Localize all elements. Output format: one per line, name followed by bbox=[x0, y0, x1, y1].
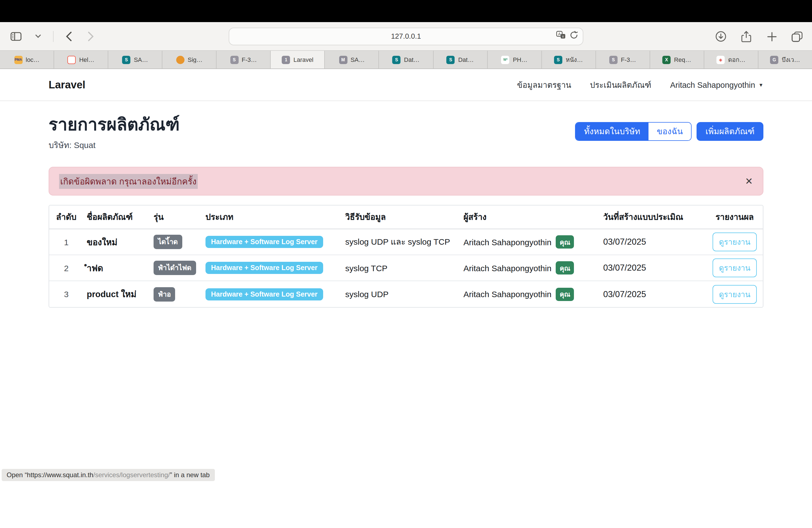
evaluation-date: 03/07/2025 bbox=[597, 263, 709, 273]
page-content: รายการผลิตภัณฑ์ บริษัท: Squat ทั้งหมดในบ… bbox=[0, 101, 812, 482]
user-name: Aritach Sahapongyothin bbox=[670, 80, 755, 89]
browser-tab[interactable]: G บึงเว… bbox=[758, 51, 812, 69]
filter-all-company-button[interactable]: ทั้งหมดในบริษัท bbox=[576, 122, 649, 140]
you-badge: คุณ bbox=[556, 261, 574, 275]
browser-tab[interactable]: Hel… bbox=[54, 51, 108, 69]
error-alert: เกิดข้อผิดพลาด กรุณาลองใหม่อีกครั้ง ✕ bbox=[48, 167, 764, 195]
laravel-favicon-icon bbox=[68, 56, 76, 64]
browser-tab[interactable]: ◈ ดอก… bbox=[704, 51, 758, 69]
model-badge: ฟำไดำไฟด bbox=[154, 261, 196, 275]
sidebar-toggle-icon[interactable] bbox=[9, 29, 23, 43]
tab-label: F-3… bbox=[242, 56, 257, 63]
creator-name: Aritach Sahapongyothin bbox=[463, 289, 552, 299]
s-gray-favicon-icon: S bbox=[230, 56, 238, 64]
product-table-body: 1 ของใหม่ ไดไ้าด Hardware + Software Log… bbox=[49, 229, 763, 307]
column-header-method: วิธีรับข้อมูล bbox=[342, 210, 460, 224]
column-header-creator: ผู้สร้าง bbox=[460, 210, 597, 224]
share-icon[interactable] bbox=[739, 29, 753, 44]
browser-tab[interactable]: S F-3… bbox=[217, 51, 271, 69]
sidebar-chevron-down-icon[interactable] bbox=[31, 29, 45, 43]
type-badge: Hardware + Software Log Server bbox=[205, 288, 323, 300]
product-name: ำฟด bbox=[83, 261, 150, 275]
phpmyadmin-favicon-icon: PMA bbox=[14, 56, 23, 64]
add-product-button[interactable]: เพิ่มผลิตภัณฑ์ bbox=[697, 122, 764, 141]
new-tab-icon[interactable] bbox=[765, 29, 779, 44]
tab-overview-icon[interactable] bbox=[790, 29, 804, 44]
tab-label: SA… bbox=[134, 56, 148, 63]
model-badge: ไดไ้าด bbox=[154, 235, 182, 249]
tab-label: Sig… bbox=[188, 56, 203, 63]
svg-text:A: A bbox=[558, 32, 561, 36]
url-text: 127.0.0.1 bbox=[391, 32, 421, 40]
product-table: ลำดับ ชื่อผลิตภัณฑ์ รุ่น ประเภท วิธีรับข… bbox=[48, 205, 764, 308]
link-status-tooltip: Open “https://www.squat.in.th/services/l… bbox=[2, 469, 215, 481]
browser-tab[interactable]: M SA… bbox=[325, 51, 379, 69]
product-name: ของใหม่ bbox=[83, 235, 150, 249]
excel-favicon-icon: X bbox=[662, 56, 671, 64]
tab-bar: PMA loc… Hel… S SA… Sig… S F-3… 1 Larave… bbox=[0, 51, 812, 69]
lotus-favicon-icon: ◈ bbox=[716, 56, 725, 64]
tab-label: บึงเว… bbox=[782, 55, 800, 64]
table-row: 1 ของใหม่ ไดไ้าด Hardware + Software Log… bbox=[49, 229, 763, 255]
browser-tab[interactable]: 1 Laravel bbox=[271, 51, 325, 69]
status-url-host: Open “https://www.squat.in.th bbox=[6, 471, 93, 479]
user-menu[interactable]: Aritach Sahapongyothin ▼ bbox=[670, 80, 764, 89]
filter-segmented-control: ทั้งหมดในบริษัท ของฉัน bbox=[575, 122, 692, 141]
data-method: syslog UDP bbox=[342, 289, 460, 299]
forward-button-icon[interactable] bbox=[83, 29, 98, 43]
browser-tab[interactable]: S Dat… bbox=[433, 51, 488, 69]
tab-label: Laravel bbox=[294, 56, 314, 63]
row-index: 3 bbox=[49, 289, 83, 299]
browser-tab[interactable]: S หนัง… bbox=[541, 51, 596, 69]
column-header-model: รุ่น bbox=[150, 210, 202, 224]
creator-name: Aritach Sahapongyothin bbox=[463, 237, 552, 247]
browser-tab[interactable]: S SA… bbox=[108, 51, 162, 69]
view-report-button[interactable]: ดูรายงาน bbox=[712, 285, 757, 304]
company-subtitle: บริษัท: Squat bbox=[48, 138, 180, 152]
sharepoint-favicon-icon: S bbox=[554, 56, 562, 64]
reload-icon[interactable] bbox=[570, 31, 578, 41]
view-report-button[interactable]: ดูรายงาน bbox=[712, 259, 757, 277]
s-gray-favicon-icon: S bbox=[609, 56, 618, 64]
app-navbar: Laravel ข้อมูลมาตรฐาน ประเมินผลิตภัณฑ์ A… bbox=[0, 69, 812, 101]
filter-mine-button[interactable]: ของฉัน bbox=[649, 122, 691, 140]
signin-favicon-icon bbox=[176, 56, 185, 64]
browser-tab[interactable]: PMA loc… bbox=[0, 51, 54, 69]
sharepoint-favicon-icon: S bbox=[392, 56, 401, 64]
tab-label: loc… bbox=[26, 56, 40, 63]
browser-tab[interactable]: W³ PH… bbox=[488, 51, 541, 69]
tab-label: Req… bbox=[674, 56, 691, 63]
svg-text:x: x bbox=[562, 34, 564, 39]
macos-menubar bbox=[0, 0, 812, 22]
browser-tab[interactable]: S Dat… bbox=[379, 51, 433, 69]
browser-tab[interactable]: Sig… bbox=[162, 51, 217, 69]
data-method: syslog UDP และ syslog TCP bbox=[342, 235, 460, 249]
creator-name: Aritach Sahapongyothin bbox=[463, 263, 552, 273]
alert-close-icon[interactable]: ✕ bbox=[745, 176, 753, 186]
translate-icon[interactable]: Ax bbox=[556, 31, 566, 41]
caret-down-icon: ▼ bbox=[758, 82, 764, 88]
you-badge: คุณ bbox=[556, 288, 574, 301]
nav-link-evaluate-product[interactable]: ประเมินผลิตภัณฑ์ bbox=[590, 78, 651, 91]
tab-label: SA… bbox=[350, 56, 365, 63]
row-index: 1 bbox=[49, 237, 83, 247]
browser-tab[interactable]: S F-3… bbox=[596, 51, 650, 69]
tab-label: หนัง… bbox=[566, 55, 583, 64]
downloads-icon[interactable] bbox=[714, 29, 728, 44]
browser-tab[interactable]: X Req… bbox=[650, 51, 704, 69]
status-suffix: ” in a new tab bbox=[170, 471, 209, 479]
type-badge: Hardware + Software Log Server bbox=[205, 262, 323, 274]
column-header-report: รายงานผล bbox=[709, 210, 760, 224]
address-bar[interactable]: 127.0.0.1 Ax bbox=[229, 27, 583, 45]
brand-laravel[interactable]: Laravel bbox=[48, 79, 85, 91]
data-method: syslog TCP bbox=[342, 263, 460, 273]
back-button-icon[interactable] bbox=[61, 29, 76, 43]
product-name: product ใหม่ bbox=[83, 287, 150, 301]
column-header-date: วันที่สร้างแบบประเมิณ bbox=[597, 210, 709, 224]
tab-label: Dat… bbox=[458, 56, 474, 63]
row-index: 2 bbox=[49, 263, 83, 273]
view-report-button[interactable]: ดูรายงาน bbox=[712, 233, 757, 251]
nav-link-standard-data[interactable]: ข้อมูลมาตรฐาน bbox=[517, 78, 571, 91]
tab-label: PH… bbox=[513, 56, 527, 63]
g-gray-favicon-icon: G bbox=[770, 56, 779, 64]
